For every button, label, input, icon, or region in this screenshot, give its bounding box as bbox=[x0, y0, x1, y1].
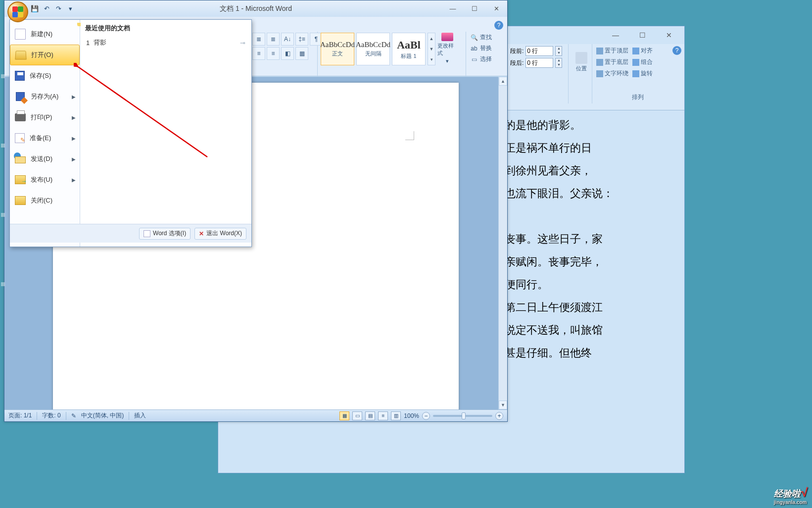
status-proofing-icon[interactable]: ✎ bbox=[71, 412, 76, 419]
word-options-button[interactable]: Word 选项(I) bbox=[139, 228, 191, 240]
bg-close-button[interactable]: ✕ bbox=[658, 28, 680, 42]
watermark: 经验啦√ jingyanla.com bbox=[774, 486, 807, 505]
status-page[interactable]: 页面: 1/1 bbox=[8, 411, 32, 420]
menu-close[interactable]: 关闭(C) bbox=[10, 190, 80, 211]
office-menu-left: 新建(N) 打开(O) 保存(S) 另存为(A) ▶ 打印(P) ▶ bbox=[10, 20, 80, 247]
align-left-button[interactable]: ≡ bbox=[252, 47, 265, 60]
menu-print[interactable]: 打印(P) ▶ bbox=[10, 107, 80, 128]
desktop-icon bbox=[1, 144, 5, 148]
view-outline[interactable]: ≡ bbox=[378, 411, 388, 420]
text-wrap-button[interactable]: 文字环绕 bbox=[595, 69, 629, 78]
submenu-arrow-icon: ▶ bbox=[72, 115, 76, 120]
menu-save[interactable]: 保存(S) bbox=[10, 65, 80, 86]
close-button[interactable]: ✕ bbox=[485, 3, 507, 14]
style-no-spacing[interactable]: AaBbCcDd 无间隔 bbox=[356, 33, 390, 65]
status-language[interactable]: 中文(简体, 中国) bbox=[81, 411, 124, 420]
menu-new[interactable]: 新建(N) bbox=[10, 24, 80, 45]
bring-front-button[interactable]: 置于顶层 bbox=[595, 46, 629, 55]
bg-document-text: 的是他的背影。 正是祸不单行的日 到徐州见着父亲， 也流下眼泪。父亲说： 丧事。… bbox=[505, 114, 623, 364]
send-back-button[interactable]: 置于底层 bbox=[595, 57, 629, 67]
title-bar: 💾 ↶ ↷ ▾ 文档 1 - Microsoft Word — ☐ ✕ bbox=[4, 0, 507, 17]
vertical-scrollbar[interactable]: ▲ ▼ bbox=[498, 77, 507, 409]
open-icon bbox=[15, 50, 26, 60]
zoom-slider[interactable] bbox=[433, 415, 492, 417]
find-icon: 🔍 bbox=[470, 34, 478, 41]
borders-button[interactable]: ▦ bbox=[295, 47, 308, 60]
scroll-down-button[interactable]: ▼ bbox=[499, 401, 507, 409]
align-button[interactable]: 对齐 bbox=[631, 46, 654, 55]
pin-icon[interactable]: ⊸ bbox=[240, 39, 245, 47]
spacing-after-input[interactable] bbox=[525, 58, 553, 68]
style-gallery-scroll[interactable]: ▲▼▾ bbox=[428, 33, 435, 65]
recent-doc-item[interactable]: 1 背影 ⊸ bbox=[85, 37, 246, 49]
style-normal[interactable]: AaBbCcDd 正文 bbox=[321, 33, 354, 65]
prepare-icon bbox=[15, 133, 25, 143]
sort-button[interactable]: A↓ bbox=[281, 33, 294, 46]
bg-minimize-button[interactable]: — bbox=[604, 28, 627, 42]
send-icon bbox=[15, 154, 26, 163]
recent-docs-title: 最近使用的文档 bbox=[85, 24, 246, 33]
spacing-before-input[interactable] bbox=[525, 46, 553, 56]
spacing-after-spinner[interactable]: ▲▼ bbox=[555, 58, 562, 68]
spacing-before-spinner[interactable]: ▲▼ bbox=[555, 46, 562, 56]
zoom-out-button[interactable]: − bbox=[422, 412, 430, 420]
change-styles-icon bbox=[441, 33, 453, 41]
office-menu-footer: Word 选项(I) ✕ 退出 Word(X) bbox=[10, 224, 251, 243]
select-icon: ▭ bbox=[470, 56, 478, 63]
align-center-button[interactable]: ≡ bbox=[267, 47, 280, 60]
find-button[interactable]: 🔍查找 bbox=[469, 33, 500, 42]
quick-access-toolbar: 💾 ↶ ↷ ▾ bbox=[30, 4, 75, 13]
window-title: 文档 1 - Microsoft Word bbox=[220, 4, 292, 13]
menu-send[interactable]: 发送(D) ▶ bbox=[10, 149, 80, 169]
office-button[interactable] bbox=[7, 1, 28, 22]
view-print-layout[interactable]: ▦ bbox=[339, 411, 349, 420]
line-spacing-button[interactable]: ‡≡ bbox=[295, 33, 308, 46]
qat-undo-button[interactable]: ↶ bbox=[42, 4, 51, 13]
help-button[interactable]: ? bbox=[494, 21, 503, 30]
select-button[interactable]: ▭选择 bbox=[469, 54, 500, 64]
style-heading1[interactable]: AaBl 标题 1 bbox=[392, 33, 426, 65]
minimize-button[interactable]: — bbox=[442, 3, 464, 14]
bg-maximize-button[interactable]: ☐ bbox=[631, 28, 654, 42]
indent-left-button[interactable]: ≣ bbox=[252, 33, 265, 46]
qat-redo-button[interactable]: ↷ bbox=[54, 4, 63, 13]
view-web-layout[interactable]: ▤ bbox=[365, 411, 375, 420]
menu-save-as[interactable]: 另存为(A) ▶ bbox=[10, 86, 80, 107]
replace-button[interactable]: ab替换 bbox=[469, 44, 500, 53]
zoom-in-button[interactable]: + bbox=[495, 412, 503, 420]
publish-icon bbox=[15, 174, 26, 185]
position-label: 位置 bbox=[576, 65, 587, 72]
submenu-arrow-icon: ▶ bbox=[72, 94, 76, 100]
spacing-before-label: 段前: bbox=[510, 47, 524, 55]
new-icon bbox=[15, 29, 26, 40]
status-insert-mode[interactable]: 插入 bbox=[134, 411, 146, 420]
qat-save-button[interactable]: 💾 bbox=[30, 4, 39, 13]
office-menu-panel: 新建(N) 打开(O) 保存(S) 另存为(A) ▶ 打印(P) ▶ bbox=[9, 19, 252, 247]
qat-customize-button[interactable]: ▾ bbox=[66, 4, 75, 13]
change-styles-button[interactable]: 更改样式 ▾ bbox=[437, 33, 457, 64]
arrange-group-label: 排列 bbox=[592, 93, 683, 102]
close-doc-icon bbox=[15, 195, 26, 206]
menu-open[interactable]: 打开(O) bbox=[10, 45, 80, 65]
submenu-arrow-icon: ▶ bbox=[72, 177, 76, 183]
indent-right-button[interactable]: ≣ bbox=[267, 33, 280, 46]
office-logo-icon bbox=[12, 6, 23, 17]
scroll-up-button[interactable]: ▲ bbox=[499, 77, 507, 86]
shading-button[interactable]: ◧ bbox=[281, 47, 294, 60]
group-button[interactable]: 组合 bbox=[631, 57, 654, 67]
zoom-percent[interactable]: 100% bbox=[404, 412, 419, 419]
menu-publish[interactable]: 发布(U) ▶ bbox=[10, 169, 80, 190]
desktop-icon bbox=[1, 213, 5, 217]
status-word-count[interactable]: 字数: 0 bbox=[42, 411, 60, 420]
view-draft[interactable]: ▥ bbox=[391, 411, 401, 420]
desktop-icon bbox=[1, 74, 5, 78]
menu-prepare[interactable]: 准备(E) ▶ bbox=[10, 128, 80, 149]
view-full-screen[interactable]: ▭ bbox=[352, 411, 362, 420]
main-word-window: 💾 ↶ ↷ ▾ 文档 1 - Microsoft Word — ☐ ✕ ? ≣ … bbox=[4, 0, 508, 422]
submenu-arrow-icon: ▶ bbox=[72, 156, 76, 162]
exit-icon: ✕ bbox=[199, 230, 204, 237]
position-button[interactable]: 位置 bbox=[572, 46, 591, 78]
exit-word-button[interactable]: ✕ 退出 Word(X) bbox=[194, 228, 246, 240]
rotate-button[interactable]: 旋转 bbox=[631, 69, 654, 78]
maximize-button[interactable]: ☐ bbox=[464, 3, 485, 14]
